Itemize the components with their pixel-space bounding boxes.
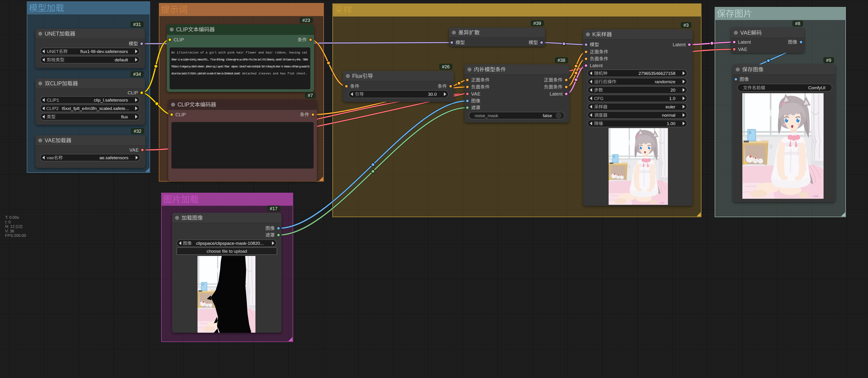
svg-text:vae: vae [47,155,54,160]
svg-text:clipspace/clipspace-mask-10820: clipspace/clipspace-mask-10820... [196,241,264,246]
svg-text:clip_l.safetensors: clip_l.safetensors [94,98,128,103]
svg-text:normal: normal [662,113,675,117]
svg-text:#31: #31 [133,22,141,27]
svg-text:Latent: Latent [738,39,751,45]
svg-text:UNET: UNET [45,31,59,37]
svg-text:flux1-fill-dev.safetensors: flux1-fill-dev.safetensors [80,49,128,54]
svg-text:T: 0.00s: T: 0.00s [5,215,19,220]
svg-text:30.0: 30.0 [428,92,437,97]
svg-text:#39: #39 [533,21,541,26]
svg-text:N: 12 [12]: N: 12 [12] [5,224,22,229]
svg-text:I: 0: I: 0 [5,220,11,224]
svg-text:flux: flux [121,114,128,119]
svg-text:randomize: randomize [655,79,675,84]
svg-text:default: default [115,58,128,62]
svg-text:#8: #8 [795,21,800,26]
svg-text:#17: #17 [270,206,278,211]
svg-text:#26: #26 [442,64,450,69]
svg-text:An illustration of a girl with: An illustration of a girl with pink hair… [171,51,307,55]
svg-text:CFG: CFG [594,96,603,101]
svg-text:ComfyUI: ComfyUI [808,85,826,90]
svg-text:#32: #32 [134,129,142,134]
svg-text:CLIP2: CLIP2 [46,106,59,111]
svg-text:V: 36: V: 36 [5,229,14,233]
svg-text:Latent: Latent [590,63,603,68]
svg-text:noise_mask: noise_mask [474,113,498,118]
svg-text:Their body between her place f: Their body between her place for des Uni… [172,65,310,68]
svg-text:CLIP: CLIP [176,112,186,117]
svg-text:VAE: VAE [129,147,138,152]
svg-text:Latent: Latent [673,42,686,47]
svg-text:CLIP: CLIP [50,80,62,87]
svg-text:VAE: VAE [740,30,751,36]
svg-text:Latent: Latent [550,91,562,97]
svg-text:#34: #34 [133,72,141,77]
svg-text:false: false [543,113,552,118]
svg-text:#7: #7 [308,93,313,98]
svg-text:#38: #38 [558,58,565,63]
svg-text:ae.safetensors: ae.safetensors [99,155,128,160]
svg-text:#3: #3 [683,23,689,28]
svg-text:VAE: VAE [45,137,55,143]
svg-text:CLIP: CLIP [174,37,184,42]
svg-text:choose file to upload: choose file to upload [207,249,247,254]
svg-text:euler: euler [665,104,676,109]
svg-text:CLIP1: CLIP1 [47,98,59,103]
svg-text:VAE: VAE [471,91,480,97]
svg-text:curtains that petite ane and t: curtains that petite ane and theckind [172,72,239,75]
svg-text:CLIP: CLIP [128,90,138,95]
svg-text:1.0: 1.0 [669,96,675,101]
svg-text:K: K [592,31,596,37]
svg-text:Flux: Flux [352,73,363,79]
svg-text:UNET: UNET [47,49,59,54]
svg-text:#9: #9 [826,58,831,63]
svg-text:CLIP: CLIP [176,27,188,33]
svg-text:279653546627158: 279653546627158 [639,71,676,76]
svg-text:1.00: 1.00 [667,121,675,126]
svg-text:VAE: VAE [738,47,747,52]
svg-text:#23: #23 [303,18,310,23]
svg-text:CLIP: CLIP [178,102,189,108]
svg-text:FPS:200.00: FPS:200.00 [5,233,26,238]
svg-text:20: 20 [671,88,675,93]
svg-text:ears with cat mouth, fox King: ears with cat mouth, fox King the grey s… [172,58,308,61]
svg-text:t5xxl_fp8_e4m3fn_scaled.safete: t5xxl_fp8_e4m3fn_scaled.safete... [62,106,129,111]
